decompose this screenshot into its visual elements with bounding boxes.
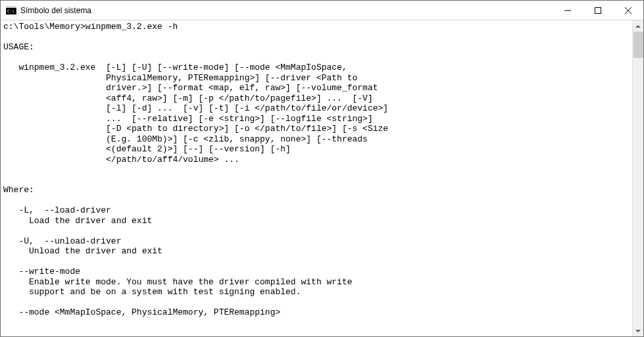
content-area: c:\Tools\Memory>winpmem_3.2.exe -h USAGE… (1, 20, 643, 336)
vertical-scrollbar[interactable] (632, 20, 643, 336)
option-desc: Load the driver and exit (3, 216, 152, 226)
cmd-icon: C:\ (6, 5, 16, 16)
svg-text:C:\: C:\ (7, 9, 14, 13)
svg-rect-1 (6, 7, 16, 8)
svg-marker-8 (635, 330, 641, 332)
usage-line: (E.g. 100Mb)>] [-c <zlib, snappy, none>]… (3, 134, 368, 144)
terminal-window: C:\ Símbolo del sistema c:\Tools\Memory>… (0, 0, 644, 337)
option-desc: support and be on a system with test sig… (3, 287, 301, 297)
where-header: Where: (3, 185, 34, 195)
terminal-output[interactable]: c:\Tools\Memory>winpmem_3.2.exe -h USAGE… (1, 20, 632, 336)
usage-line: driver.>] [--format <map, elf, raw>] [--… (3, 83, 378, 93)
usage-line: winpmem_3.2.exe [-L] [-U] [--write-mode]… (3, 63, 347, 72)
usage-line: <(default 2)>] [--] [--version] [-h] (3, 144, 291, 154)
usage-line: PhysicalMemory, PTERemapping>] [--driver… (3, 73, 357, 83)
usage-line: <aff4, raw>] [-m] [-p </path/to/pagefile… (3, 93, 373, 103)
usage-line: ... [--relative] [-e <string>] [--logfil… (3, 114, 373, 124)
scroll-up-arrow-icon[interactable] (633, 20, 643, 32)
scroll-thumb[interactable] (633, 32, 643, 58)
option-name: -L, --load-driver (3, 205, 111, 215)
usage-header: USAGE: (3, 42, 34, 52)
option-desc: Enable write mode. You must have the dri… (3, 277, 353, 287)
window-title: Símbolo del sistema (20, 6, 91, 15)
prompt: c:\Tools\Memory> (3, 22, 86, 32)
svg-rect-4 (595, 7, 601, 13)
usage-line: [-D <path to directory>] [-o </path/to/f… (3, 124, 388, 134)
option-desc: Unload the driver and exit (3, 246, 162, 256)
titlebar[interactable]: C:\ Símbolo del sistema (1, 1, 643, 20)
command: winpmem_3.2.exe -h (86, 22, 178, 32)
option-name: --mode <MmMapIoSpace, PhysicalMemory, PT… (3, 307, 280, 317)
option-name: -U, --unload-driver (3, 236, 121, 246)
usage-line: </path/to/aff4/volume> ... (3, 155, 239, 165)
close-button[interactable] (613, 1, 643, 20)
window-controls (553, 1, 643, 20)
maximize-button[interactable] (583, 1, 613, 20)
option-name: --write-mode (3, 267, 80, 276)
usage-line: [-l] [-d] ... [-v] [-t] [-i </path/to/fi… (3, 103, 388, 113)
scroll-down-arrow-icon[interactable] (633, 325, 643, 336)
svg-marker-7 (635, 25, 641, 28)
minimize-button[interactable] (553, 1, 583, 20)
